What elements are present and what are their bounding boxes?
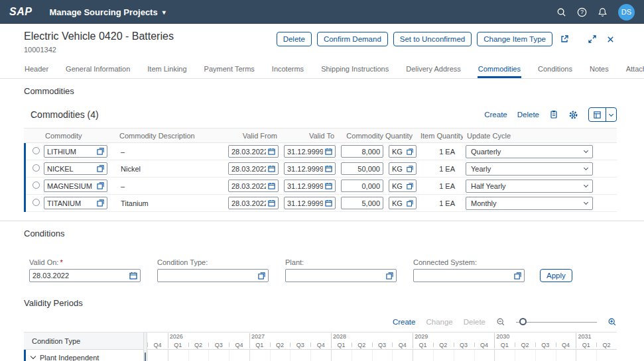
commodity-input[interactable]: [44, 162, 107, 175]
valid-on-input[interactable]: [29, 269, 141, 282]
copy-button[interactable]: [549, 110, 558, 119]
condition-type-header: Condition Type: [24, 333, 143, 350]
row-select-radio[interactable]: [32, 199, 40, 206]
calendar-icon[interactable]: [325, 199, 332, 207]
zoom-slider[interactable]: [516, 318, 597, 326]
zoom-out-button[interactable]: [496, 317, 505, 327]
value-help-icon[interactable]: [97, 165, 104, 172]
calendar-icon[interactable]: [325, 182, 332, 189]
timeline-quarter: 2031Q1: [576, 333, 596, 349]
share-icon: [560, 34, 569, 44]
help-button[interactable]: ?: [577, 7, 587, 17]
export-menu-button[interactable]: [606, 108, 616, 121]
row-select-radio[interactable]: [32, 147, 40, 154]
calendar-icon[interactable]: [268, 165, 275, 172]
gantt-row-plant-independent[interactable]: Plant Independent: [24, 350, 143, 361]
validity-delete-link[interactable]: Delete: [464, 318, 485, 326]
commodity-quantity-input[interactable]: [341, 180, 383, 192]
delete-button[interactable]: Delete: [277, 32, 312, 46]
timeline-grid-cell: [372, 350, 393, 361]
update-cycle-select[interactable]: Half Yearly: [466, 180, 593, 193]
unit-input[interactable]: [389, 145, 417, 158]
valid-to-input[interactable]: [284, 162, 336, 175]
timeline-quarter: Q4: [229, 333, 249, 349]
valid-from-input[interactable]: [228, 197, 279, 209]
tab-header[interactable]: Header: [24, 62, 49, 78]
commodity-quantity-input[interactable]: [341, 162, 383, 175]
condition-type-input[interactable]: [157, 269, 269, 282]
value-help-icon[interactable]: [258, 272, 265, 280]
value-help-icon[interactable]: [407, 200, 413, 207]
sap-logo[interactable]: SAP: [9, 6, 32, 18]
valid-from-input[interactable]: [228, 162, 279, 175]
calendar-icon[interactable]: [268, 199, 275, 207]
export-button[interactable]: [589, 108, 606, 121]
commodity-input[interactable]: [44, 197, 107, 209]
value-help-icon[interactable]: [514, 272, 521, 280]
tab-delivery-address[interactable]: Delivery Address: [405, 62, 462, 78]
value-help-icon[interactable]: [97, 148, 104, 155]
slider-track[interactable]: [516, 322, 597, 323]
set-to-unconfirmed-button[interactable]: Set to Unconfirmed: [393, 32, 472, 46]
update-cycle-select[interactable]: Yearly: [466, 162, 593, 176]
commodity-quantity-input[interactable]: [341, 145, 383, 158]
value-help-icon[interactable]: [386, 272, 393, 280]
tab-commodities[interactable]: Commodities: [478, 62, 521, 78]
valid-from-input[interactable]: [228, 145, 279, 158]
validity-create-link[interactable]: Create: [393, 318, 416, 326]
share-button[interactable]: [558, 34, 571, 44]
notifications-button[interactable]: [598, 7, 608, 17]
row-select-radio[interactable]: [32, 164, 40, 172]
commodity-quantity-input[interactable]: [341, 197, 383, 209]
tab-general-information[interactable]: General Information: [65, 62, 131, 78]
unit-input[interactable]: [389, 162, 417, 175]
valid-to-input[interactable]: [284, 145, 336, 158]
tab-attachments[interactable]: Attachments: [625, 62, 644, 78]
zoom-in-button[interactable]: [608, 317, 617, 327]
connected-system-input[interactable]: [413, 269, 525, 282]
plant-input[interactable]: [285, 269, 397, 282]
tab-item-linking[interactable]: Item Linking: [147, 62, 187, 78]
apply-button[interactable]: Apply: [540, 269, 572, 282]
valid-to-input[interactable]: [284, 197, 336, 209]
condition-type-filter: Condition Type:: [157, 258, 269, 282]
create-link[interactable]: Create: [484, 111, 507, 119]
commodity-input[interactable]: [44, 180, 107, 192]
calendar-icon[interactable]: [129, 272, 137, 280]
tab-conditions[interactable]: Conditions: [537, 62, 573, 78]
tab-incoterms[interactable]: Incoterms: [271, 62, 304, 78]
value-help-icon[interactable]: [407, 166, 413, 172]
tab-notes[interactable]: Notes: [589, 62, 610, 78]
valid-to-input[interactable]: [284, 180, 336, 192]
tab-payment-terms[interactable]: Payment Terms: [204, 62, 255, 78]
close-button[interactable]: [604, 35, 617, 44]
calendar-icon[interactable]: [268, 182, 275, 189]
update-cycle-select[interactable]: Quarterly: [466, 145, 593, 158]
tab-shipping-instructions[interactable]: Shipping Instructions: [320, 62, 389, 78]
change-item-type-button[interactable]: Change Item Type: [477, 32, 552, 46]
commodity-input[interactable]: [44, 145, 107, 158]
calendar-icon[interactable]: [268, 148, 275, 155]
update-cycle-select[interactable]: Monthly: [466, 197, 593, 210]
value-help-icon[interactable]: [407, 183, 413, 189]
value-help-icon[interactable]: [97, 182, 104, 189]
app-title-menu[interactable]: Manage Sourcing Projects ▾: [49, 7, 165, 17]
row-select-radio[interactable]: [32, 181, 40, 189]
value-help-icon[interactable]: [407, 148, 413, 155]
calendar-icon[interactable]: [325, 148, 332, 155]
fullscreen-button[interactable]: [586, 34, 599, 44]
validity-change-link[interactable]: Change: [426, 318, 452, 326]
user-avatar[interactable]: DS: [618, 4, 635, 21]
confirm-demand-button[interactable]: Confirm Demand: [317, 32, 388, 46]
chevron-down-icon[interactable]: [31, 354, 36, 359]
timeline-grid-cell: [494, 350, 515, 361]
settings-button[interactable]: [568, 110, 578, 120]
slider-handle[interactable]: [519, 318, 527, 325]
calendar-icon[interactable]: [325, 165, 332, 172]
valid-from-input[interactable]: [228, 180, 279, 192]
value-help-icon[interactable]: [97, 199, 104, 207]
unit-input[interactable]: [389, 197, 417, 209]
search-button[interactable]: [556, 7, 566, 17]
delete-link[interactable]: Delete: [517, 111, 539, 119]
unit-input[interactable]: [389, 180, 417, 192]
